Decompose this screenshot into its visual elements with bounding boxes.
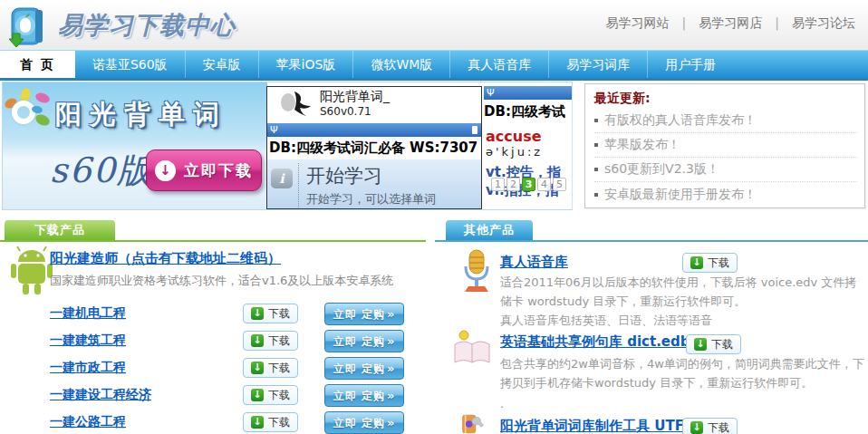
chevron-right-icon: » — [387, 389, 395, 402]
order-now-button[interactable]: 立即 定购» — [324, 330, 404, 352]
builder-product-link[interactable]: 阳光建造师（点击有下载地址二维码） — [50, 250, 281, 267]
update-text: 安卓版最新使用手册发布！ — [604, 187, 757, 203]
download-button[interactable]: ↓下载 — [686, 334, 741, 354]
download-button[interactable]: ↓下载 — [243, 358, 298, 378]
download-label: 下载 — [711, 337, 733, 352]
product-link[interactable]: 一建建设工程经济 — [50, 387, 151, 403]
update-item[interactable]: 有版权的真人语音库发布！ — [594, 109, 857, 133]
nav-apple-ios[interactable]: 苹果iOS版 — [258, 51, 353, 78]
promo-carousel: 阳光背单词 s60版 ↓ 立即下载 阳光背单词_ S60v0.71 Ψ — [2, 82, 573, 210]
chevron-right-icon: » — [387, 362, 395, 375]
voice-library-link[interactable]: 真人语音库 — [500, 254, 568, 271]
chevron-right-icon: » — [387, 307, 395, 321]
app-version: S60v0.71 — [320, 105, 390, 118]
download-button[interactable]: ↓下载 — [243, 412, 298, 432]
order-now-button[interactable]: 立即 定购» — [324, 384, 404, 407]
nav-voice-library[interactable]: 真人语音库 — [449, 51, 548, 78]
product-row: 一建公路工程 ↓下载 立即 定购» — [50, 411, 415, 434]
recent-updates-list: 有版权的真人语音库发布！ 苹果版发布！ s60更新到V2.3版！ 安卓版最新使用… — [594, 109, 857, 207]
link-store[interactable]: 易学习网店 — [699, 15, 762, 30]
signal-antenna-icon: Ψ — [270, 123, 278, 137]
order-label: 立即 定购 — [333, 390, 385, 402]
update-item[interactable]: s60更新到V2.3版！ — [594, 158, 857, 182]
chevron-right-icon: » — [387, 334, 395, 348]
nav-android[interactable]: 安卓版 — [185, 51, 258, 78]
order-now-button[interactable]: 立即 定购» — [324, 357, 404, 380]
link-website[interactable]: 易学习网站 — [606, 15, 670, 30]
banner-edition: s60版 — [50, 148, 153, 194]
bullet-icon — [594, 168, 598, 171]
order-label: 立即 定购 — [333, 417, 385, 429]
screenshot-app-header: 阳光背单词_ S60v0.71 — [267, 87, 481, 123]
open-book-bulb-icon — [451, 328, 493, 368]
banner-download-button[interactable]: ↓ 立即下载 — [146, 149, 262, 191]
download-arrow-icon: ↓ — [251, 362, 264, 374]
header: 易学习下载中心 易学习网站|易学习网店|易学习论坛 — [0, 0, 868, 50]
s60-promo-banner[interactable]: 阳光背单词 s60版 ↓ 立即下载 — [3, 82, 267, 209]
chevron-right-icon: » — [387, 416, 395, 429]
battery-icon — [472, 126, 477, 134]
product-link[interactable]: 一建机电工程 — [50, 305, 126, 322]
update-text: 苹果版发布！ — [604, 137, 680, 153]
download-button[interactable]: ↓下载 — [243, 331, 298, 351]
page: 易学习下载中心 易学习网站|易学习网店|易学习论坛 首 页 诺基亚S60版 安卓… — [0, 0, 868, 434]
product-link[interactable]: 一建建筑工程 — [50, 333, 126, 349]
site-title: 易学习下载中心 — [58, 9, 236, 42]
bullet-icon — [594, 143, 598, 147]
download-label: 下载 — [268, 333, 290, 349]
pager-dot-2[interactable]: 2 — [506, 178, 520, 191]
download-label: 下载 — [268, 361, 290, 376]
pager-dot-5[interactable]: 5 — [553, 178, 566, 191]
download-arrow-icon: ↓ — [251, 307, 264, 320]
app-name: 阳光背单词_ — [320, 89, 390, 105]
recent-updates-box: 最近更新: 有版权的真人语音库发布！ 苹果版发布！ s60更新到V2.3版！ 安… — [584, 83, 865, 208]
bullet-icon — [594, 119, 598, 122]
order-now-button[interactable]: 立即 定购» — [324, 303, 404, 325]
menu-text-block: 开始学习 开始学习，可以选择单词 — [298, 163, 436, 207]
screenshot-app-titles: 阳光背单词_ S60v0.71 — [320, 89, 390, 118]
download-arrow-icon: ↓ — [690, 421, 703, 434]
pager-dot-3-active[interactable]: 3 — [522, 178, 535, 191]
dict-tool-link[interactable]: 阳光背单词词库制作工具 UTF8 — [500, 418, 693, 434]
blue-rule — [435, 240, 868, 242]
nav-word-library[interactable]: 易学习词库 — [548, 51, 647, 78]
download-button[interactable]: ↓下载 — [682, 253, 738, 273]
banner-title: 阳光背单词 — [55, 97, 227, 133]
signal-antenna-icon: Ψ — [487, 86, 495, 100]
sentence-db-desc-line: 拷贝到手机存储卡wordstudy 目录下，重新运行软件即可。 — [500, 375, 813, 391]
product-link[interactable]: 一建市政工程 — [50, 360, 126, 376]
microphone-icon — [458, 248, 496, 294]
main-nav: 首 页 诺基亚S60版 安卓版 苹果iOS版 微软WM版 真人语音库 易学习词库… — [0, 50, 868, 78]
app-screenshot-main: 阳光背单词_ S60v0.71 Ψ DB:四级考试词汇必备 WS:7307 i … — [266, 86, 482, 209]
link-forum[interactable]: 易学习论坛 — [792, 15, 855, 30]
nav-user-manual[interactable]: 用户手册 — [647, 51, 733, 78]
update-item[interactable]: 安卓版最新使用手册发布！ — [594, 182, 857, 207]
link-separator: | — [775, 15, 779, 30]
download-arrow-icon: ↓ — [694, 338, 707, 351]
update-item[interactable]: 苹果版发布！ — [594, 133, 857, 158]
product-row: 一建机电工程 ↓下载 立即 定购» — [50, 303, 415, 326]
order-now-button[interactable]: 立即 定购» — [324, 411, 404, 434]
product-link[interactable]: 一建公路工程 — [50, 414, 126, 430]
pager-dot-4[interactable]: 4 — [537, 178, 551, 191]
phone-status-bar: Ψ — [484, 86, 572, 100]
voice-library-desc-line: 储卡 wordstudy 目录下，重新运行软件即可。 — [500, 294, 746, 310]
tab-other-products[interactable]: 其他产品 — [446, 220, 533, 240]
tab-download-products[interactable]: 下载产品 — [5, 220, 115, 240]
android-robot-icon — [9, 246, 54, 296]
sentence-db-desc-line: 包含共享的约2w单词音标，4w单词的例句，简明词典需要此文件，下 — [500, 356, 864, 372]
download-arrow-icon: ↓ — [251, 416, 264, 429]
sentence-db-link[interactable]: 英语基础共享例句库 dict.edb — [500, 333, 690, 351]
download-button[interactable]: ↓下载 — [243, 304, 298, 323]
pager-dot-1[interactable]: 1 — [491, 178, 505, 191]
site-logo[interactable]: 易学习下载中心 — [5, 3, 236, 48]
nav-nokia-s60[interactable]: 诺基亚S60版 — [75, 51, 185, 78]
download-button[interactable]: ↓下载 — [243, 385, 298, 405]
info-icon: i — [271, 169, 293, 188]
header-links: 易学习网站|易学习网店|易学习论坛 — [606, 15, 855, 32]
nav-windows-mobile[interactable]: 微软WM版 — [352, 51, 449, 78]
green-rule — [0, 240, 426, 242]
download-button[interactable]: ↓下载 — [682, 418, 738, 434]
nav-home[interactable]: 首 页 — [0, 51, 75, 78]
order-label: 立即 定购 — [333, 335, 385, 348]
